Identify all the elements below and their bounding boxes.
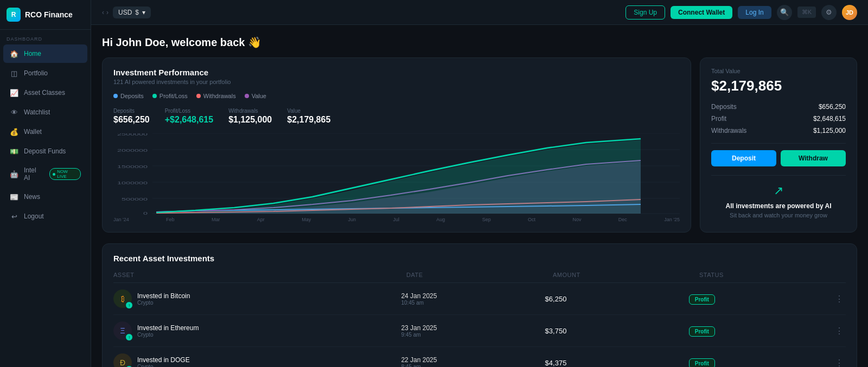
doge-row-menu[interactable]: ⋮ <box>833 358 846 368</box>
table-header: Asset Date Amount Status <box>113 272 846 283</box>
legend-withdrawals: Withdrawals <box>196 93 236 99</box>
legend-dot-profit <box>152 94 157 98</box>
topbar-left: ‹ › USD $ ▾ <box>102 7 151 18</box>
svg-marker-13 <box>156 140 641 214</box>
sidebar-item-watchlist[interactable]: 👁 Watchlist <box>3 103 87 121</box>
sidebar-item-asset-classes[interactable]: 📈 Asset Classes <box>3 83 87 102</box>
sidebar-item-news[interactable]: 📰 News <box>3 188 87 206</box>
chart-svg: 2500000 2000000 1500000 1000000 500000 0 <box>113 133 680 215</box>
recent-investments-card: Recent Asset Investments Asset Date Amou… <box>102 243 857 367</box>
eth-row-menu[interactable]: ⋮ <box>833 326 846 336</box>
eth-badge: ↑ <box>125 333 133 341</box>
signup-button[interactable]: Sign Up <box>626 5 665 20</box>
sidebar-item-intel-ai[interactable]: 🤖 Intel AI NOW LIVE <box>3 162 87 186</box>
search-button[interactable]: 🔍 <box>777 5 792 20</box>
svg-text:1000000: 1000000 <box>117 180 148 185</box>
doge-type: Crypto <box>137 364 190 368</box>
sidebar-item-portfolio[interactable]: ◫ Portfolio <box>3 64 87 82</box>
settings-icon-button[interactable]: ⚙ <box>821 5 837 20</box>
avatar[interactable]: JD <box>842 5 857 20</box>
legend-value: Value <box>245 93 266 99</box>
value-row-profit: Profit $2,648,615 <box>711 115 846 123</box>
portfolio-icon: ◫ <box>10 69 18 78</box>
chevron-down-icon: ▾ <box>142 9 145 16</box>
svg-text:2500000: 2500000 <box>117 133 148 136</box>
sidebar-item-label: Home <box>24 50 41 57</box>
doge-status: Profit <box>689 359 833 367</box>
asset-classes-icon: 📈 <box>10 88 18 97</box>
recent-title: Recent Asset Investments <box>113 254 846 263</box>
table-row: Ξ ↑ Invested in Ethereum Crypto 23 Jan 2… <box>113 315 846 347</box>
btc-amount: $6,250 <box>545 295 689 303</box>
performance-chart: 2500000 2000000 1500000 1000000 500000 0 <box>113 133 680 215</box>
btc-name: Invested in Bitcoin <box>137 292 190 300</box>
sidebar-item-wallet[interactable]: 💰 Wallet <box>3 123 87 141</box>
doge-amount: $4,375 <box>545 359 689 367</box>
total-value-amount: $2,179,865 <box>711 78 846 94</box>
logo-text: RCO Finance <box>25 10 73 19</box>
sidebar-item-label: Wallet <box>24 128 42 136</box>
login-button[interactable]: Log In <box>738 6 771 19</box>
stat-profit: Profit/Loss +$2,648,615 <box>165 108 213 125</box>
legend-dot-value <box>245 94 249 98</box>
currency-selector[interactable]: USD $ ▾ <box>113 7 151 18</box>
sidebar-item-label: Asset Classes <box>24 89 65 96</box>
sidebar-item-label: Logout <box>24 213 44 220</box>
stat-value: Value $2,179,865 <box>287 108 330 125</box>
connect-wallet-button[interactable]: Connect Wallet <box>671 6 732 19</box>
total-value-title: Total Value <box>711 68 846 74</box>
asset-cell-eth: Ξ ↑ Invested in Ethereum Crypto <box>113 321 401 340</box>
ai-promo-sub: Sit back and watch your money grow <box>730 212 827 218</box>
ai-promo-title: All investments are powered by AI <box>726 202 832 210</box>
logo-icon: R <box>7 8 21 22</box>
doge-name: Invested in DOGE <box>137 356 190 364</box>
btc-date: 24 Jan 2025 10:45 am <box>401 292 545 306</box>
asset-cell-doge: Ð ↑ Invested in DOGE Crypto <box>113 353 401 367</box>
perf-card-subtitle: 121 AI powered investments in your portf… <box>113 79 680 85</box>
svg-text:1500000: 1500000 <box>117 164 148 169</box>
btc-badge: ↑ <box>125 301 133 309</box>
value-action-buttons: Deposit Withdraw <box>711 150 846 166</box>
sidebar-item-label: News <box>24 193 40 201</box>
value-divider <box>711 143 846 144</box>
sidebar-section-label: DASHBOARD <box>0 30 91 44</box>
perf-stats: Deposits $656,250 Profit/Loss +$2,648,61… <box>113 108 680 125</box>
sidebar: R RCO Finance DASHBOARD 🏠 Home ◫ Portfol… <box>0 0 91 367</box>
eth-type: Crypto <box>137 332 199 338</box>
withdraw-button[interactable]: Withdraw <box>781 150 846 166</box>
sidebar-item-deposit-funds[interactable]: 💵 Deposit Funds <box>3 142 87 160</box>
col-asset: Asset <box>113 272 406 278</box>
nav-chevrons[interactable]: ‹ › <box>102 9 108 16</box>
intel-ai-icon: 🤖 <box>10 170 18 178</box>
wallet-icon: 💰 <box>10 127 18 136</box>
ai-promo-section: ↗ All investments are powered by AI Sit … <box>711 175 846 222</box>
content-area: Hi John Doe, welcome back 👋 Investment P… <box>91 25 868 367</box>
currency-icon: $ <box>135 9 139 16</box>
btc-row-menu[interactable]: ⋮ <box>833 294 846 304</box>
eth-amount: $3,750 <box>545 327 689 335</box>
chart-x-labels: Jan '24FebMarAprMay JunJulAugSepOct NovD… <box>113 217 680 222</box>
asset-cell-btc: ₿ ↑ Invested in Bitcoin Crypto <box>113 289 401 308</box>
sidebar-item-home[interactable]: 🏠 Home <box>3 44 87 63</box>
eth-status: Profit <box>689 327 833 335</box>
btc-status: Profit <box>689 295 833 303</box>
sidebar-item-logout[interactable]: ↩ Logout <box>3 207 87 226</box>
perf-card-title: Investment Performance <box>113 68 680 77</box>
currency-label: USD <box>118 9 132 16</box>
sidebar-item-label: Portfolio <box>24 69 48 77</box>
legend-dot-deposits <box>113 94 118 98</box>
value-row-deposits: Deposits $656,250 <box>711 103 846 111</box>
page-greeting: Hi John Doe, welcome back 👋 <box>102 36 857 49</box>
search-kbd-badge[interactable]: ⌘K <box>797 7 816 18</box>
col-amount: Amount <box>553 272 699 278</box>
home-icon: 🏠 <box>10 49 18 58</box>
table-row: ₿ ↑ Invested in Bitcoin Crypto 24 Jan 20… <box>113 283 846 315</box>
table-row: Ð ↑ Invested in DOGE Crypto 22 Jan 2025 … <box>113 347 846 367</box>
topbar: ‹ › USD $ ▾ Sign Up Connect Wallet Log I… <box>91 0 868 25</box>
logo-area: R RCO Finance <box>0 0 91 30</box>
svg-text:2000000: 2000000 <box>117 147 148 152</box>
live-badge: NOW LIVE <box>49 168 81 180</box>
col-status: Status <box>699 272 846 278</box>
deposit-button[interactable]: Deposit <box>711 150 776 166</box>
svg-text:500000: 500000 <box>122 196 148 201</box>
